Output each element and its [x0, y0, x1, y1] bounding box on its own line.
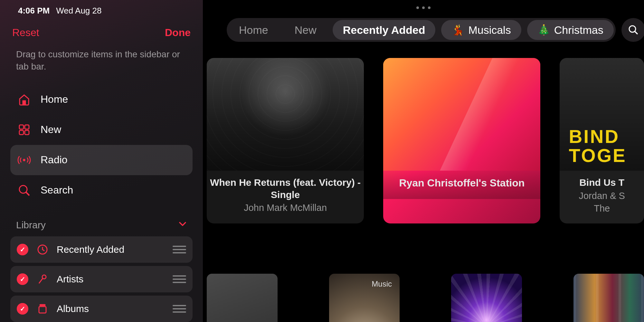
album-art [207, 58, 364, 171]
customize-hint: Drag to customize items in the sidebar o… [0, 48, 203, 82]
album-art [560, 58, 644, 171]
home-icon [17, 93, 31, 106]
svg-rect-1 [25, 125, 29, 129]
station-card[interactable]: Ryan Christoffel's Station [383, 58, 540, 223]
library-section-header[interactable]: Library [0, 207, 203, 236]
library-item-label: Recently Added [57, 244, 124, 255]
main-content: Home New Recently Added 💃 Musicals 🎄 Chr… [203, 0, 644, 322]
multitasking-dots-icon[interactable] [416, 6, 431, 9]
library-item-label: Albums [57, 303, 89, 314]
station-title: Ryan Christoffel's Station [386, 176, 537, 189]
svg-point-10 [629, 26, 636, 32]
album-thumb[interactable]: Music [329, 274, 400, 322]
svg-rect-8 [40, 305, 45, 306]
sidebar-item-label: Search [41, 184, 73, 196]
album-thumb[interactable] [573, 274, 644, 322]
done-button[interactable]: Done [165, 27, 191, 39]
reorder-handle-icon[interactable] [173, 246, 186, 253]
radio-icon [17, 153, 31, 167]
sidebar-item-label: Home [41, 93, 68, 105]
tab-musicals[interactable]: 💃 Musicals [441, 20, 521, 40]
svg-point-4 [23, 159, 25, 161]
reorder-handle-icon[interactable] [173, 305, 186, 313]
search-icon [628, 24, 639, 35]
sidebar-item-radio[interactable]: Radio [10, 145, 193, 175]
tab-new[interactable]: New [284, 20, 327, 40]
library-item-albums[interactable]: ✓ Albums [10, 296, 193, 322]
tab-label: Musicals [468, 24, 511, 36]
search-button[interactable] [621, 18, 644, 42]
sidebar-item-new[interactable]: New [10, 115, 193, 145]
album-card[interactable]: When He Returns (feat. Victory) - Single… [207, 58, 364, 223]
svg-point-5 [19, 185, 27, 193]
grid-icon [17, 123, 31, 137]
sidebar-item-label: New [41, 124, 61, 136]
reorder-handle-icon[interactable] [173, 275, 186, 283]
search-icon [17, 184, 31, 197]
album-title: Bind Us T [563, 176, 641, 189]
library-item-recently-added[interactable]: ✓ Recently Added [10, 236, 193, 263]
sidebar-item-label: Radio [41, 154, 68, 166]
sidebar-item-home[interactable]: Home [10, 84, 193, 115]
reset-button[interactable]: Reset [12, 27, 39, 39]
library-item-label: Artists [57, 274, 83, 285]
tab-home[interactable]: Home [229, 20, 279, 40]
clock-icon [37, 244, 48, 255]
album-artist: John Mark McMillan [210, 203, 361, 213]
album-title: When He Returns (feat. Victory) - Single [210, 176, 361, 201]
checkmark-icon: ✓ [17, 273, 28, 285]
sidebar-item-search[interactable]: Search [10, 175, 193, 205]
album-thumb[interactable] [451, 274, 522, 322]
tab-bar: Home New Recently Added 💃 Musicals 🎄 Chr… [227, 18, 616, 42]
station-art [383, 58, 540, 171]
checkmark-icon: ✓ [17, 244, 28, 255]
microphone-icon [37, 273, 48, 285]
album-card[interactable]: Bind Us T Jordan & S The [560, 58, 644, 223]
tree-icon: 🎄 [537, 24, 550, 36]
albums-icon [37, 303, 48, 315]
chevron-down-icon [178, 220, 187, 230]
dancer-icon: 💃 [451, 24, 464, 36]
album-artist: The [563, 203, 641, 214]
svg-rect-2 [19, 130, 24, 135]
tab-label: Christmas [554, 24, 603, 36]
library-item-artists[interactable]: ✓ Artists [10, 266, 193, 292]
status-date: Wed Aug 28 [56, 6, 101, 16]
tab-christmas[interactable]: 🎄 Christmas [527, 20, 614, 40]
svg-rect-0 [19, 125, 24, 129]
svg-rect-3 [25, 130, 29, 135]
tab-recently-added[interactable]: Recently Added [333, 20, 436, 40]
album-thumb[interactable] [207, 274, 278, 322]
status-time: 4:06 PM [18, 6, 50, 16]
checkmark-icon: ✓ [17, 303, 28, 315]
svg-rect-9 [39, 307, 46, 313]
apple-music-label: Music [372, 279, 392, 289]
sidebar: 4:06 PM Wed Aug 28 Reset Done Drag to cu… [0, 0, 203, 322]
status-bar: 4:06 PM Wed Aug 28 [0, 6, 203, 22]
library-header-label: Library [16, 220, 46, 231]
album-artist: Jordan & S [563, 191, 641, 201]
